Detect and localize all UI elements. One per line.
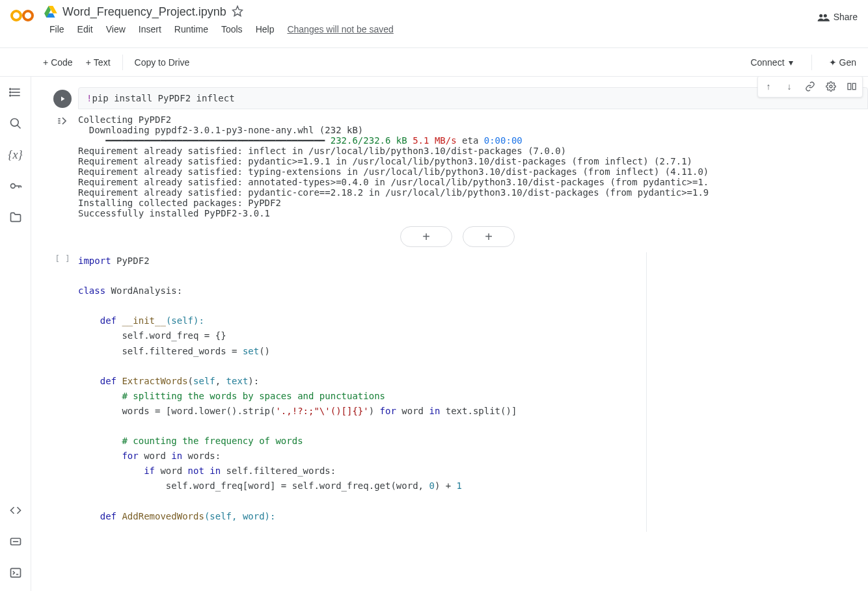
link-icon[interactable]	[800, 77, 821, 97]
gear-icon[interactable]	[821, 77, 841, 97]
menu-edit[interactable]: Edit	[72, 21, 98, 37]
chevron-down-icon: ▾	[789, 57, 793, 68]
header: Word_Frequency_Project.ipynb File Edit V…	[0, 0, 868, 48]
menu-tools[interactable]: Tools	[216, 21, 248, 37]
files-icon[interactable]	[8, 209, 23, 225]
svg-point-12	[10, 184, 15, 189]
connect-button[interactable]: Connect ▾	[742, 53, 800, 72]
toolbar: + Code + Text Copy to Drive Connect ▾ ✦ …	[0, 48, 868, 77]
save-status[interactable]: Changes will not be saved	[287, 24, 393, 34]
plus-icon: +	[86, 57, 91, 68]
separator	[811, 55, 812, 70]
variables-icon[interactable]: {x}	[8, 147, 23, 163]
add-cell-between: + +	[47, 226, 868, 247]
code-cell-2: [ ] import PyPDF2 class WordAnalysis: de…	[47, 252, 868, 532]
toc-icon[interactable]	[8, 85, 23, 100]
add-code-button[interactable]: + Code	[36, 53, 79, 72]
cell-prompt[interactable]: [ ]	[47, 252, 78, 263]
svg-point-7	[9, 88, 10, 90]
add-text-button[interactable]: + Text	[79, 53, 117, 72]
svg-point-3	[823, 14, 826, 18]
plus-icon: +	[43, 57, 48, 68]
output-toggle-icon[interactable]	[56, 114, 69, 129]
left-rail: {x}	[0, 77, 31, 591]
star-icon[interactable]	[232, 5, 243, 19]
code-input[interactable]: import PyPDF2 class WordAnalysis: def __…	[78, 252, 647, 532]
copy-to-drive-button[interactable]: Copy to Drive	[128, 53, 197, 72]
menu-help[interactable]: Help	[251, 21, 280, 37]
sparkle-icon: ✦	[829, 57, 837, 68]
menu-bar: File Edit View Insert Runtime Tools Help…	[44, 21, 817, 37]
svg-point-1	[23, 11, 33, 20]
svg-point-0	[12, 11, 21, 20]
move-down-icon[interactable]: ↓	[779, 77, 800, 97]
search-icon[interactable]	[8, 116, 23, 131]
mirror-icon[interactable]	[841, 77, 862, 97]
cell-output: Collecting PyPDF2 Downloading pypdf2-3.0…	[78, 112, 868, 226]
gemini-button[interactable]: ✦ Gen	[822, 53, 863, 72]
svg-point-8	[9, 92, 10, 93]
svg-rect-22	[852, 83, 856, 89]
terminal-icon[interactable]	[8, 565, 23, 581]
code-input[interactable]: !pip install PyPDF2 inflect	[78, 87, 868, 109]
add-text-pill[interactable]: +	[463, 226, 515, 247]
svg-line-11	[17, 125, 20, 129]
code-cell-1: ↑ ↓ !pip install PyPDF2 inflect	[47, 87, 868, 226]
drive-icon	[44, 6, 57, 19]
command-palette-icon[interactable]	[8, 534, 23, 549]
svg-point-9	[9, 95, 10, 96]
document-title[interactable]: Word_Frequency_Project.ipynb	[62, 5, 226, 19]
share-button[interactable]: Share	[817, 10, 858, 23]
add-code-pill[interactable]: +	[400, 226, 452, 247]
svg-rect-18	[10, 568, 20, 577]
svg-point-10	[10, 119, 18, 127]
menu-insert[interactable]: Insert	[133, 21, 167, 37]
menu-runtime[interactable]: Runtime	[169, 21, 213, 37]
cell-toolbar: ↑ ↓	[757, 77, 863, 98]
svg-point-20	[830, 85, 832, 88]
svg-rect-21	[848, 83, 851, 89]
separator	[122, 55, 123, 70]
svg-point-2	[819, 14, 822, 18]
secrets-icon[interactable]	[8, 178, 23, 194]
colab-logo	[10, 8, 34, 25]
code-snippets-icon[interactable]	[8, 503, 23, 518]
run-cell-button[interactable]	[53, 90, 72, 108]
menu-file[interactable]: File	[44, 21, 70, 37]
menu-view[interactable]: View	[101, 21, 131, 37]
share-label: Share	[834, 12, 858, 22]
move-up-icon[interactable]: ↑	[758, 77, 779, 97]
notebook-area: ↑ ↓ !pip install PyPDF2 inflect	[31, 77, 868, 591]
